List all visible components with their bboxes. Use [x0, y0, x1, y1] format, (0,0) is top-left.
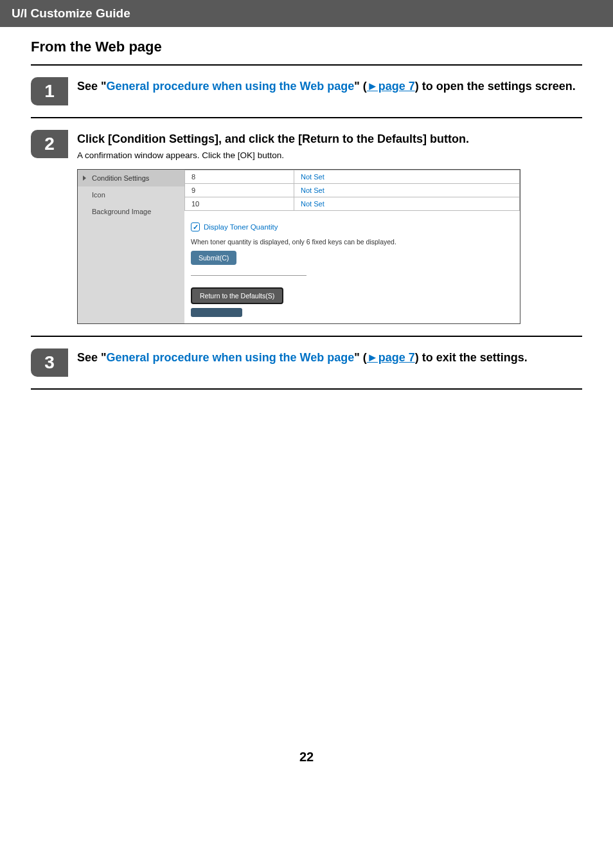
step-1: 1 See "General procedure when using the … [31, 66, 582, 118]
settings-sidebar: Condition Settings Icon Background Image [78, 170, 184, 323]
link-general-procedure[interactable]: General procedure when using the Web pag… [107, 80, 355, 93]
step-number: 2 [31, 130, 68, 158]
note-text: When toner quantity is displayed, only 6… [191, 238, 513, 246]
link-page-7[interactable]: ►page 7 [367, 80, 415, 93]
step-3: 3 See "General procedure when using the … [31, 337, 582, 390]
text: ) to exit the settings. [415, 351, 528, 364]
settings-panel: Condition Settings Icon Background Image [77, 169, 520, 324]
table-row: 10 Not Set [185, 197, 520, 211]
step-title: See "General procedure when using the We… [77, 78, 582, 94]
step-body: Click [Condition Settings], and click th… [77, 130, 582, 324]
cell-value[interactable]: Not Set [294, 170, 520, 184]
link-page-7[interactable]: ►page 7 [367, 351, 415, 364]
sidebar-label: Condition Settings [92, 174, 149, 182]
settings-detail: ✓ Display Toner Quantity When toner quan… [184, 211, 520, 265]
step-title: Click [Condition Settings], and click th… [77, 131, 582, 147]
header-title: U/I Customize Guide [12, 6, 130, 20]
step-subtext: A confirmation window appears. Click the… [77, 150, 582, 160]
text: ) to open the settings screen. [415, 80, 576, 93]
table-row: 9 Not Set [185, 184, 520, 197]
truncated-button[interactable] [191, 308, 242, 317]
cell-index: 8 [185, 170, 294, 184]
link-general-procedure[interactable]: General procedure when using the Web pag… [107, 351, 355, 364]
page-number: 22 [0, 390, 613, 784]
cell-value[interactable]: Not Set [294, 184, 520, 197]
sidebar-item-background-image[interactable]: Background Image [78, 203, 184, 220]
section-heading: From the Web page [31, 39, 582, 66]
submit-button[interactable]: Submit(C) [191, 251, 236, 265]
text: " ( [354, 80, 367, 93]
sidebar-label: Background Image [92, 208, 151, 215]
header-bar: U/I Customize Guide [0, 0, 613, 27]
return-defaults-button[interactable]: Return to the Defaults(S) [191, 287, 283, 304]
step-number: 1 [31, 77, 68, 105]
text: See " [77, 351, 107, 364]
step-number: 3 [31, 348, 68, 377]
settings-table: 8 Not Set 9 Not Set 10 Not Set [184, 170, 520, 211]
step-body: See "General procedure when using the We… [77, 77, 582, 105]
text: See " [77, 80, 107, 93]
cell-index: 10 [185, 197, 294, 211]
text: " ( [354, 351, 367, 364]
sidebar-item-condition-settings[interactable]: Condition Settings [78, 170, 184, 186]
checkbox-checked-icon[interactable]: ✓ [191, 222, 200, 231]
checkbox-row[interactable]: ✓ Display Toner Quantity [191, 222, 513, 231]
page-content: From the Web page 1 See "General procedu… [0, 27, 613, 390]
embedded-screenshot: Condition Settings Icon Background Image [77, 169, 520, 324]
step-title: See "General procedure when using the We… [77, 350, 582, 365]
sidebar-label: Icon [92, 191, 105, 199]
step-2: 2 Click [Condition Settings], and click … [31, 118, 582, 337]
sidebar-item-icon[interactable]: Icon [78, 186, 184, 203]
checkbox-label: Display Toner Quantity [204, 223, 278, 231]
divider [191, 275, 306, 276]
settings-main: 8 Not Set 9 Not Set 10 Not Set [184, 170, 520, 323]
cell-index: 9 [185, 184, 294, 197]
table-row: 8 Not Set [185, 170, 520, 184]
cell-value[interactable]: Not Set [294, 197, 520, 211]
step-body: See "General procedure when using the We… [77, 348, 582, 377]
